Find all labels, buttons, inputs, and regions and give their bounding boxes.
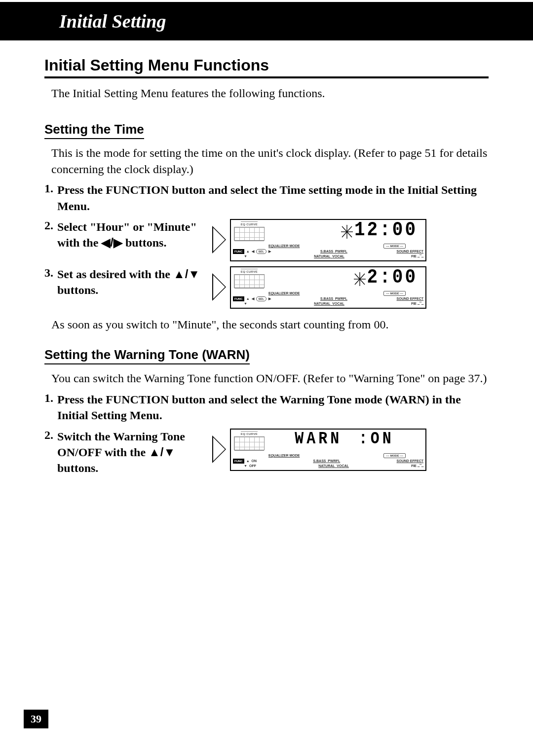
lcd-panel: EQ CURVE	[230, 266, 426, 309]
pointer-right-icon	[212, 435, 226, 463]
svg-line-7	[342, 226, 347, 232]
right-triangle-icon: ▶	[268, 249, 271, 253]
warn-readout: WARN :ON	[266, 431, 423, 453]
display-illustration-1: EQ CURVE	[212, 219, 426, 261]
left-right-arrows-icon: ◀/▶	[101, 236, 122, 249]
time-steps: 1. Press the FUNCTION button and select …	[44, 182, 489, 309]
step-number: 1.	[44, 392, 57, 405]
page-content: Initial Setting Menu Functions The Initi…	[0, 40, 533, 476]
clock-readout: 12:00	[266, 221, 423, 243]
step-number: 2.	[44, 429, 57, 442]
section-heading: Initial Setting Menu Functions	[44, 56, 489, 78]
page-number: 39	[24, 710, 48, 728]
svg-line-1	[347, 226, 352, 232]
highlight-burst-icon	[341, 224, 353, 239]
lcd-panel: EQ CURVE WARN :ON	[230, 429, 426, 471]
time-step-3: 3. Set as desired with the ▲/▼ buttons. …	[44, 266, 489, 309]
manual-page: Initial Setting Initial Setting Menu Fun…	[0, 2, 533, 756]
clock-readout: 2:00	[266, 269, 423, 290]
right-triangle-icon: ▶	[268, 296, 271, 301]
warn-step-2: 2. Switch the Warning Tone ON/OFF with t…	[44, 429, 489, 476]
time-note: As soon as you switch to "Minute", the s…	[51, 317, 489, 332]
step-text: Set as desired with the ▲/▼ buttons.	[57, 266, 205, 298]
svg-line-11	[360, 279, 365, 285]
time-step-1: 1. Press the FUNCTION button and select …	[44, 182, 489, 214]
eq-grid-icon	[234, 227, 265, 241]
warn-steps: 1. Press the FUNCTION button and select …	[44, 392, 489, 476]
up-triangle-icon: ▲	[246, 296, 250, 301]
subheading-warn: Setting the Warning Tone (WARN)	[44, 347, 250, 364]
step-number: 1.	[44, 182, 57, 195]
step-number: 2.	[44, 219, 57, 232]
eq-grid-icon	[234, 274, 265, 288]
step-text: Press the FUNCTION button and select the…	[57, 392, 489, 424]
up-triangle-icon: ▲	[246, 249, 250, 253]
slider-icon: ⎽⎺⎽	[418, 254, 423, 258]
up-triangle-icon: ▲	[246, 459, 250, 463]
display-illustration-3: EQ CURVE WARN :ON	[212, 429, 426, 471]
down-triangle-icon: ▼	[244, 464, 247, 468]
off-label: OFF	[249, 464, 256, 468]
subheading-time: Setting the Time	[44, 122, 144, 139]
chapter-header-bar: Initial Setting	[0, 2, 533, 40]
left-triangle-icon: ◀	[252, 249, 254, 253]
svg-line-13	[355, 279, 360, 285]
display-illustration-2: EQ CURVE	[212, 266, 426, 309]
up-down-arrows-icon: ▲/▼	[173, 267, 200, 281]
highlight-burst-icon	[353, 272, 366, 287]
svg-line-3	[347, 232, 352, 237]
eq-grid-icon	[234, 436, 265, 450]
step-text: Press the FUNCTION button and select the…	[57, 182, 489, 214]
pointer-right-icon	[212, 273, 226, 301]
step-text: Switch the Warning Tone ON/OFF with the …	[57, 429, 205, 476]
down-triangle-icon: ▼	[244, 301, 247, 306]
eq-curve-label: EQ CURVE	[241, 221, 258, 226]
svg-line-9	[360, 274, 365, 279]
warn-step-1: 1. Press the FUNCTION button and select …	[44, 392, 489, 424]
down-triangle-icon: ▼	[244, 254, 247, 258]
svg-line-15	[355, 274, 360, 279]
up-down-arrows-icon: ▲/▼	[149, 445, 175, 459]
left-triangle-icon: ◀	[252, 296, 254, 301]
slider-icon: ⎽⎺⎽	[418, 464, 423, 468]
lcd-panel: EQ CURVE	[230, 219, 426, 261]
section-intro: The Initial Setting Menu features the fo…	[51, 85, 489, 101]
warn-intro: You can switch the Warning Tone function…	[51, 370, 489, 386]
on-label: ON	[252, 459, 257, 463]
time-intro: This is the mode for setting the time on…	[51, 145, 489, 177]
svg-line-5	[342, 232, 347, 237]
pointer-right-icon	[212, 226, 226, 253]
step-text: Select "Hour" or "Minute" with the ◀/▶ b…	[57, 219, 205, 251]
time-step-2: 2. Select "Hour" or "Minute" with the ◀/…	[44, 219, 489, 261]
chapter-title: Initial Setting	[59, 10, 166, 32]
slider-icon: ⎽⎺⎽	[418, 302, 423, 305]
step-number: 3.	[44, 266, 57, 280]
